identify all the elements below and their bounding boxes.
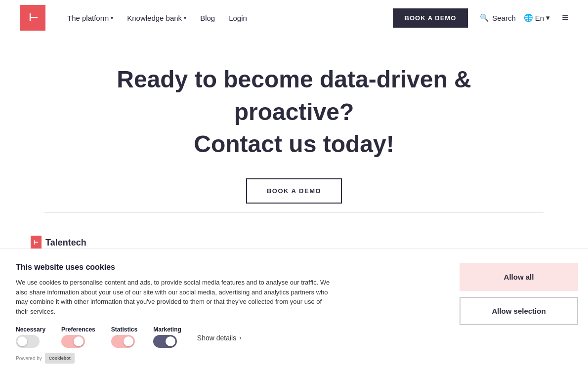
globe-icon: 🌐 (524, 13, 533, 22)
marketing-toggle-group: Marketing (153, 326, 181, 348)
allow-all-button[interactable]: Allow all (460, 263, 578, 291)
preferences-toggle[interactable] (61, 335, 85, 348)
hero-book-demo-button[interactable]: BOOK A DEMO (246, 178, 342, 204)
cookiebot-logo[interactable]: Cookiebot (45, 353, 75, 364)
talentech-name: Talentech (45, 238, 86, 248)
preferences-toggle-group: Preferences (61, 326, 95, 348)
talentech-footer-logo: ⊢ Talentech (31, 236, 86, 249)
cookie-body: We use cookies to personalise content an… (16, 278, 332, 316)
nav-login[interactable]: Login (223, 10, 253, 26)
nav-right: 🔍 Search 🌐 En ▾ ≡ (480, 11, 568, 24)
toggle-knob (74, 336, 84, 346)
powered-by: Powered by Cookiebot (16, 353, 434, 364)
allow-selection-button[interactable]: Allow selection (460, 297, 578, 325)
nav-blog[interactable]: Blog (194, 10, 221, 26)
necessary-label: Necessary (16, 326, 45, 333)
statistics-label: Statistics (111, 326, 137, 333)
search-button[interactable]: 🔍 Search (480, 13, 516, 22)
hero-subtitle: Contact us today! (194, 130, 394, 159)
section-divider (44, 212, 544, 213)
nav-knowledge[interactable]: Knowledge bank ▾ (121, 10, 192, 26)
toggle-knob (17, 336, 27, 346)
main-content: Ready to become data-driven & proactive?… (0, 36, 588, 223)
chevron-down-icon: ▾ (184, 15, 186, 21)
cookie-right-panel: Allow all Allow selection (450, 249, 588, 372)
cookie-banner: This website uses cookies We use cookies… (0, 248, 588, 372)
nav-platform[interactable]: The platform ▾ (61, 10, 119, 26)
talentech-mark: ⊢ (31, 236, 42, 249)
navbar: ⊢ The platform ▾ Knowledge bank ▾ Blog L… (0, 0, 588, 36)
necessary-toggle[interactable] (16, 335, 40, 348)
hamburger-menu[interactable]: ≡ (562, 11, 568, 24)
cookie-left-panel: This website uses cookies We use cookies… (0, 249, 450, 372)
search-icon: 🔍 (480, 13, 489, 22)
hero-title-line1: Ready to become data-driven & (117, 65, 471, 94)
nav-book-demo-button[interactable]: BOOK A DEMO (393, 8, 468, 28)
statistics-toggle[interactable] (111, 335, 135, 348)
necessary-toggle-group: Necessary (16, 326, 45, 348)
chevron-down-icon: ▾ (546, 13, 550, 22)
language-selector[interactable]: 🌐 En ▾ (524, 13, 550, 22)
preferences-label: Preferences (61, 326, 95, 333)
chevron-down-icon: ▾ (111, 15, 113, 21)
marketing-toggle[interactable] (153, 335, 177, 348)
chevron-right-icon: › (239, 334, 241, 341)
show-details-button[interactable]: Show details › (197, 334, 241, 342)
nav-links: The platform ▾ Knowledge bank ▾ Blog Log… (61, 10, 381, 26)
toggle-knob (166, 336, 175, 346)
marketing-label: Marketing (153, 326, 181, 333)
toggle-knob (124, 336, 133, 346)
hero-title-line2: proactive? (234, 98, 354, 126)
cookie-title: This website uses cookies (16, 263, 434, 272)
statistics-toggle-group: Statistics (111, 326, 137, 348)
cookie-toggles: Necessary Preferences Statistics (16, 326, 434, 348)
logo[interactable]: ⊢ (20, 5, 45, 31)
logo-symbol: ⊢ (29, 11, 37, 24)
